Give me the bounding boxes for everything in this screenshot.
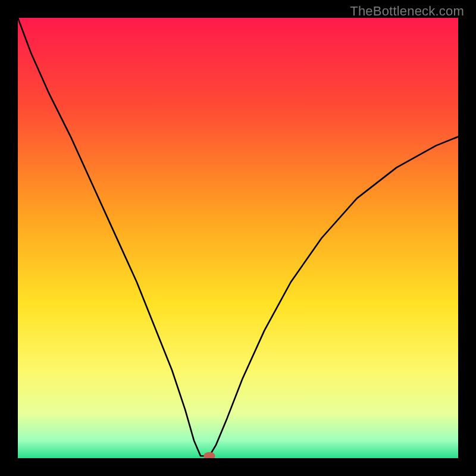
chart-svg <box>18 18 458 458</box>
chart-frame: TheBottleneck.com <box>0 0 476 476</box>
watermark-label: TheBottleneck.com <box>350 4 464 19</box>
plot-area <box>18 18 458 458</box>
